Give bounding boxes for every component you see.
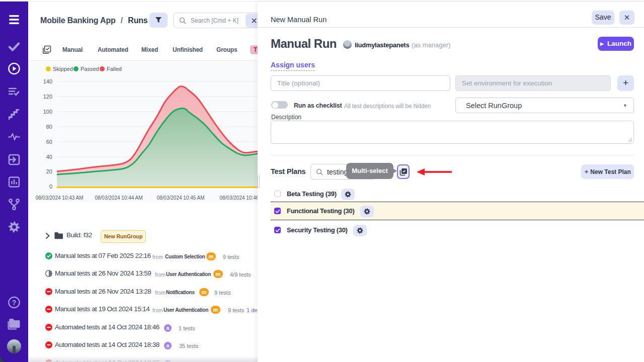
svg-text:Failed: Failed <box>107 66 122 72</box>
svg-text:08/03/2024 10:43 AM: 08/03/2024 10:43 AM <box>35 195 83 201</box>
svg-text:20: 20 <box>46 168 52 174</box>
svg-text:120: 120 <box>43 94 52 100</box>
svg-text:Skipped: Skipped <box>53 66 73 72</box>
svg-text:08/03/2024 10:44 AM: 08/03/2024 10:44 AM <box>95 195 142 201</box>
svg-text:60: 60 <box>46 139 52 145</box>
svg-text:40: 40 <box>46 154 52 160</box>
svg-text:08/03/2024 10:45 AM: 08/03/2024 10:45 AM <box>156 195 204 201</box>
svg-text:08/03/2024 10:46 AM: 08/03/2024 10:46 AM <box>219 195 260 201</box>
svg-text:0: 0 <box>49 184 52 190</box>
svg-text:?: ? <box>12 299 17 307</box>
svg-text:100: 100 <box>43 109 52 115</box>
svg-text:80: 80 <box>46 124 52 130</box>
svg-text:Passed: Passed <box>80 66 99 72</box>
svg-text:140: 140 <box>43 78 52 84</box>
